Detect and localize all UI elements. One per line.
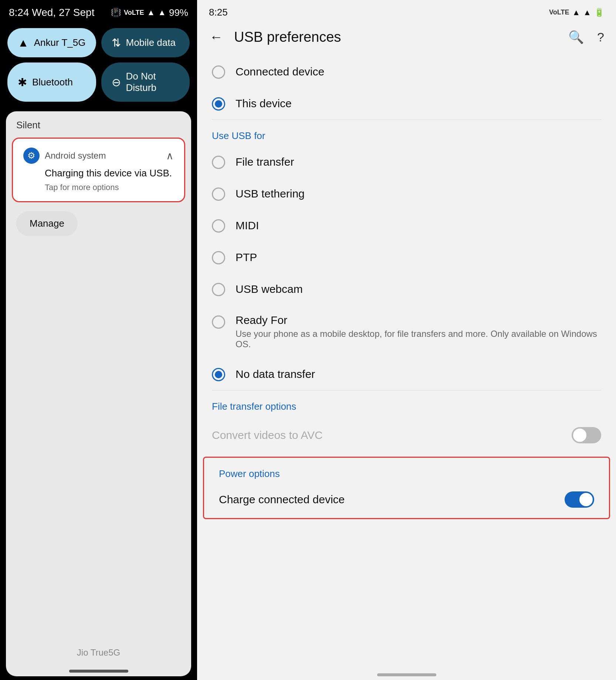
home-bar bbox=[377, 673, 436, 676]
ready-for-option[interactable]: Ready For Use your phone as a mobile des… bbox=[197, 305, 616, 358]
bluetooth-icon: ✱ bbox=[18, 76, 27, 89]
notif-subtitle: Tap for more options bbox=[23, 183, 174, 192]
power-options-header: Power options bbox=[204, 458, 609, 484]
wifi-icon-status: ▲ bbox=[147, 8, 155, 17]
usb-tethering-label: USB tethering bbox=[236, 187, 305, 200]
status-bar-left: 8:24 Wed, 27 Sept 📳 VoLTE ▲ ▲ 99% bbox=[0, 0, 197, 22]
midi-label: MIDI bbox=[236, 219, 259, 232]
ptp-option[interactable]: PTP bbox=[197, 241, 616, 273]
notification-card[interactable]: ⚙ Android system ∧ Charging this device … bbox=[12, 138, 185, 202]
convert-videos-toggle[interactable] bbox=[572, 427, 601, 443]
time-right: 8:25 bbox=[209, 7, 228, 18]
vibrate-icon: 📳 bbox=[111, 8, 121, 17]
home-indicator-left bbox=[69, 670, 128, 673]
usb-tethering-radio[interactable] bbox=[212, 187, 225, 201]
status-icons-left: 📳 VoLTE ▲ ▲ 99% bbox=[111, 7, 188, 18]
app-bar: ← USB preferences 🔍 ? bbox=[197, 21, 616, 53]
page-title: USB preferences bbox=[234, 29, 558, 45]
usb-webcam-label: USB webcam bbox=[236, 283, 303, 295]
dnd-label: Do Not Disturb bbox=[126, 71, 180, 94]
charge-connected-label: Charge connected device bbox=[219, 493, 345, 506]
ready-for-radio[interactable] bbox=[212, 315, 225, 329]
notif-title-row: ⚙ Android system bbox=[23, 148, 106, 164]
midi-option[interactable]: MIDI bbox=[197, 210, 616, 241]
midi-radio[interactable] bbox=[212, 219, 225, 233]
signal-icon: ▲ bbox=[158, 8, 166, 17]
status-icons-right: VoLTE ▲ ▲ 🔋 bbox=[549, 8, 604, 17]
no-data-transfer-label: No data transfer bbox=[236, 368, 315, 380]
ptp-label: PTP bbox=[236, 251, 257, 264]
this-device-label: This device bbox=[236, 97, 292, 110]
battery-left: 99% bbox=[169, 7, 188, 18]
connected-device-option[interactable]: Connected device bbox=[197, 56, 616, 88]
wifi-tile[interactable]: ▲ Ankur T_5G bbox=[7, 28, 96, 57]
search-button[interactable]: 🔍 bbox=[565, 27, 587, 47]
charge-connected-toggle[interactable] bbox=[565, 491, 594, 508]
ready-for-content: Ready For Use your phone as a mobile des… bbox=[236, 314, 601, 349]
ptp-radio[interactable] bbox=[212, 251, 225, 264]
mobile-data-icon: ⇅ bbox=[112, 36, 121, 49]
file-transfer-label: File transfer bbox=[236, 156, 294, 168]
connected-device-label: Connected device bbox=[236, 65, 324, 78]
help-button[interactable]: ? bbox=[594, 27, 607, 47]
silent-label: Silent bbox=[6, 111, 191, 135]
app-bar-icons: 🔍 ? bbox=[565, 27, 607, 47]
notification-area: Silent ⚙ Android system ∧ Charging this … bbox=[6, 111, 191, 676]
bluetooth-tile[interactable]: ✱ Bluetooth bbox=[7, 62, 96, 102]
this-device-option[interactable]: This device bbox=[197, 88, 616, 119]
wifi-tile-icon: ▲ bbox=[18, 37, 29, 49]
usb-webcam-option[interactable]: USB webcam bbox=[197, 273, 616, 305]
bluetooth-label: Bluetooth bbox=[32, 77, 73, 88]
file-transfer-option[interactable]: File transfer bbox=[197, 146, 616, 178]
android-system-icon: ⚙ bbox=[23, 148, 40, 164]
notif-body: Charging this device via USB. bbox=[23, 168, 174, 179]
ready-for-sub: Use your phone as a mobile desktop, for … bbox=[236, 329, 601, 349]
manage-button[interactable]: Manage bbox=[16, 211, 78, 236]
usb-tethering-option[interactable]: USB tethering bbox=[197, 178, 616, 210]
wifi-icon-right: ▲ bbox=[572, 8, 580, 17]
volte-icon-right: VoLTE bbox=[549, 9, 569, 16]
no-data-transfer-radio[interactable] bbox=[212, 368, 225, 381]
convert-videos-row[interactable]: Convert videos to AVC bbox=[197, 417, 616, 454]
dnd-icon: ⊖ bbox=[112, 76, 121, 89]
wifi-tile-label: Ankur T_5G bbox=[34, 37, 86, 48]
charge-connected-row[interactable]: Charge connected device bbox=[204, 484, 609, 518]
chevron-up-icon: ∧ bbox=[166, 150, 174, 162]
volte-icon: VoLTE bbox=[124, 9, 144, 17]
left-panel: 8:24 Wed, 27 Sept 📳 VoLTE ▲ ▲ 99% ▲ Anku… bbox=[0, 0, 197, 680]
signal-icon-right: ▲ bbox=[583, 8, 591, 17]
power-options-section: Power options Charge connected device bbox=[203, 457, 610, 519]
ready-for-label: Ready For bbox=[236, 314, 601, 327]
usb-webcam-radio[interactable] bbox=[212, 283, 225, 296]
mobile-data-tile[interactable]: ⇅ Mobile data bbox=[101, 28, 190, 57]
notif-app-name: Android system bbox=[45, 150, 106, 161]
connected-device-radio[interactable] bbox=[212, 65, 225, 79]
quick-tiles: ▲ Ankur T_5G ⇅ Mobile data ✱ Bluetooth ⊖… bbox=[0, 22, 197, 108]
mobile-data-label: Mobile data bbox=[126, 37, 176, 48]
notif-header: ⚙ Android system ∧ bbox=[23, 148, 174, 164]
home-indicator-right bbox=[197, 669, 616, 680]
file-transfer-options-header: File transfer options bbox=[197, 390, 616, 417]
time-left: 8:24 Wed, 27 Sept bbox=[9, 7, 94, 18]
no-data-transfer-option[interactable]: No data transfer bbox=[197, 358, 616, 390]
use-usb-header: Use USB for bbox=[197, 120, 616, 146]
file-transfer-radio[interactable] bbox=[212, 156, 225, 169]
convert-videos-label: Convert videos to AVC bbox=[212, 429, 323, 442]
back-button[interactable]: ← bbox=[206, 26, 227, 48]
battery-icon-right: 🔋 bbox=[594, 8, 604, 17]
dnd-tile[interactable]: ⊖ Do Not Disturb bbox=[101, 62, 190, 102]
this-device-radio[interactable] bbox=[212, 97, 225, 111]
carrier-label: Jio True5G bbox=[0, 647, 197, 658]
status-bar-right: 8:25 VoLTE ▲ ▲ 🔋 bbox=[197, 0, 616, 21]
settings-content: Connected device This device Use USB for… bbox=[197, 53, 616, 669]
right-panel: 8:25 VoLTE ▲ ▲ 🔋 ← USB preferences 🔍 ? C… bbox=[197, 0, 616, 680]
